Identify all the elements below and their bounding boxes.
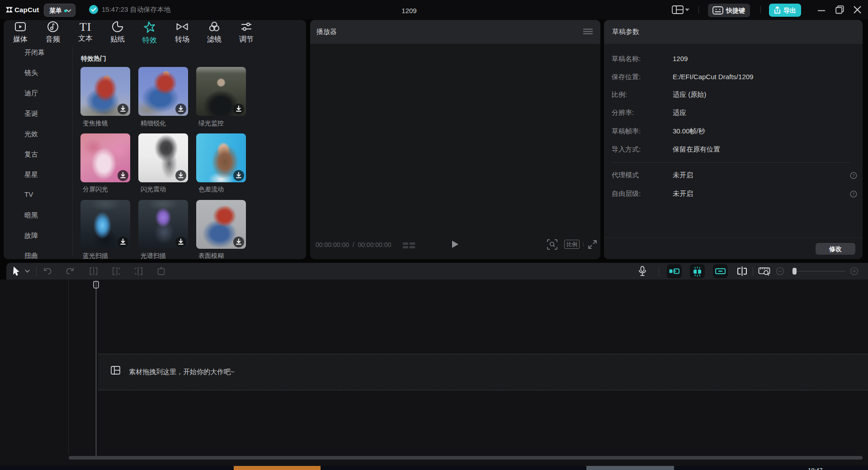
svg-text:?: ? [852, 173, 854, 178]
svg-text:?: ? [852, 192, 854, 196]
